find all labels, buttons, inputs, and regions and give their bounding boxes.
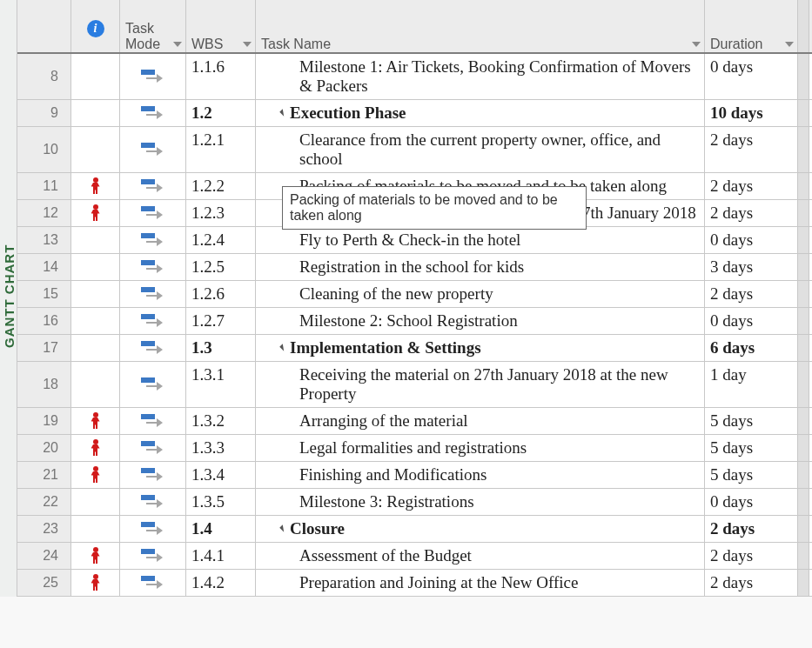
chevron-down-icon[interactable] [785, 42, 794, 47]
table-row[interactable]: 241.4.1Assessment of the Budget2 days [17, 543, 812, 570]
table-row[interactable]: 191.3.2Arranging of the material5 days [17, 408, 812, 435]
table-row[interactable]: 81.1.6Milestone 1: Air Tickets, Booking … [17, 54, 812, 100]
wbs-cell[interactable]: 1.2.7 [186, 308, 256, 334]
info-cell[interactable] [71, 173, 120, 199]
wbs-cell[interactable]: 1.3.3 [186, 435, 256, 461]
info-cell[interactable] [71, 254, 120, 280]
info-cell[interactable] [71, 308, 120, 334]
duration-cell[interactable]: 2 days [705, 200, 797, 226]
row-number[interactable]: 24 [17, 543, 71, 569]
task-mode-cell[interactable] [120, 227, 186, 253]
duration-cell[interactable]: 2 days [705, 516, 797, 542]
wbs-cell[interactable]: 1.3.4 [186, 462, 256, 488]
task-mode-cell[interactable] [120, 543, 186, 569]
table-row[interactable]: 251.4.2Preparation and Joining at the Ne… [17, 570, 812, 597]
wbs-cell[interactable]: 1.2.1 [186, 127, 256, 172]
info-cell[interactable] [71, 462, 120, 488]
table-row[interactable]: 101.2.1Clearance from the current proper… [17, 127, 812, 173]
info-cell[interactable] [71, 200, 120, 226]
info-cell[interactable] [71, 362, 120, 407]
wbs-cell[interactable]: 1.4.2 [186, 570, 256, 596]
row-number[interactable]: 25 [17, 570, 71, 596]
table-row[interactable]: 151.2.6Cleaning of the new property2 day… [17, 281, 812, 308]
info-cell[interactable] [71, 335, 120, 361]
duration-cell[interactable]: 0 days [705, 308, 797, 334]
gantt-sidebar[interactable]: GANTT CHART [0, 0, 17, 597]
row-number[interactable]: 15 [17, 281, 71, 307]
task-mode-cell[interactable] [120, 173, 186, 199]
duration-cell[interactable]: 6 days [705, 335, 797, 361]
table-row[interactable]: 171.3Implementation & Settings6 days [17, 335, 812, 362]
row-number[interactable]: 21 [17, 462, 71, 488]
task-name-cell[interactable]: Receiving the material on 27th January 2… [256, 362, 705, 407]
header-task-mode[interactable]: Task Mode [120, 0, 186, 52]
task-name-cell[interactable]: Arranging of the material [256, 408, 705, 434]
row-number[interactable]: 18 [17, 362, 71, 407]
row-number[interactable]: 17 [17, 335, 71, 361]
task-mode-cell[interactable] [120, 489, 186, 515]
wbs-cell[interactable]: 1.2.2 [186, 173, 256, 199]
duration-cell[interactable]: 0 days [705, 54, 797, 99]
row-number[interactable]: 8 [17, 54, 71, 99]
info-cell[interactable] [71, 408, 120, 434]
duration-cell[interactable]: 0 days [705, 489, 797, 515]
task-mode-cell[interactable] [120, 54, 186, 99]
header-task-name[interactable]: Task Name [256, 0, 705, 52]
duration-cell[interactable]: 2 days [705, 127, 797, 172]
task-name-cell[interactable]: Finishing and Modifications [256, 462, 705, 488]
row-number[interactable]: 20 [17, 435, 71, 461]
table-row[interactable]: 131.2.4Fly to Perth & Check-in the hotel… [17, 227, 812, 254]
duration-cell[interactable]: 2 days [705, 543, 797, 569]
info-cell[interactable] [71, 100, 120, 126]
row-number[interactable]: 14 [17, 254, 71, 280]
task-mode-cell[interactable] [120, 281, 186, 307]
table-row[interactable]: 161.2.7Milestone 2: School Registration0… [17, 308, 812, 335]
duration-cell[interactable]: 5 days [705, 462, 797, 488]
wbs-cell[interactable]: 1.3.1 [186, 362, 256, 407]
duration-cell[interactable]: 3 days [705, 254, 797, 280]
task-mode-cell[interactable] [120, 200, 186, 226]
row-number[interactable]: 13 [17, 227, 71, 253]
chevron-down-icon[interactable] [173, 42, 182, 47]
header-duration[interactable]: Duration [705, 0, 797, 52]
wbs-cell[interactable]: 1.3 [186, 335, 256, 361]
task-mode-cell[interactable] [120, 362, 186, 407]
info-cell[interactable] [71, 227, 120, 253]
task-name-cell[interactable]: Execution Phase [256, 100, 705, 126]
task-name-cell[interactable]: Assessment of the Budget [256, 543, 705, 569]
task-mode-cell[interactable] [120, 254, 186, 280]
info-cell[interactable] [71, 435, 120, 461]
task-mode-cell[interactable] [120, 435, 186, 461]
info-cell[interactable] [71, 570, 120, 596]
table-row[interactable]: 201.3.3Legal formalities and registratio… [17, 435, 812, 462]
wbs-cell[interactable]: 1.2.3 [186, 200, 256, 226]
info-cell[interactable] [71, 543, 120, 569]
header-rownum[interactable] [17, 0, 71, 52]
duration-cell[interactable]: 5 days [705, 435, 797, 461]
table-row[interactable]: 181.3.1Receiving the material on 27th Ja… [17, 362, 812, 408]
task-mode-cell[interactable] [120, 127, 186, 172]
info-cell[interactable] [71, 489, 120, 515]
info-cell[interactable] [71, 54, 120, 99]
wbs-cell[interactable]: 1.4.1 [186, 543, 256, 569]
wbs-cell[interactable]: 1.2.5 [186, 254, 256, 280]
task-name-cell[interactable]: Milestone 1: Air Tickets, Booking Confir… [256, 54, 705, 99]
row-number[interactable]: 22 [17, 489, 71, 515]
row-number[interactable]: 16 [17, 308, 71, 334]
wbs-cell[interactable]: 1.1.6 [186, 54, 256, 99]
info-cell[interactable] [71, 281, 120, 307]
task-mode-cell[interactable] [120, 462, 186, 488]
task-name-cell[interactable]: Clearance from the current property owne… [256, 127, 705, 172]
duration-cell[interactable]: 2 days [705, 570, 797, 596]
task-mode-cell[interactable] [120, 308, 186, 334]
task-name-cell[interactable]: Legal formalities and registrations [256, 435, 705, 461]
duration-cell[interactable]: 2 days [705, 281, 797, 307]
header-wbs[interactable]: WBS [186, 0, 256, 52]
wbs-cell[interactable]: 1.2.4 [186, 227, 256, 253]
row-number[interactable]: 12 [17, 200, 71, 226]
table-row[interactable]: 141.2.5Registration in the school for ki… [17, 254, 812, 281]
collapse-toggle-icon[interactable] [279, 524, 286, 531]
task-name-cell[interactable]: Preparation and Joining at the New Offic… [256, 570, 705, 596]
task-name-cell[interactable]: Cleaning of the new property [256, 281, 705, 307]
wbs-cell[interactable]: 1.2 [186, 100, 256, 126]
